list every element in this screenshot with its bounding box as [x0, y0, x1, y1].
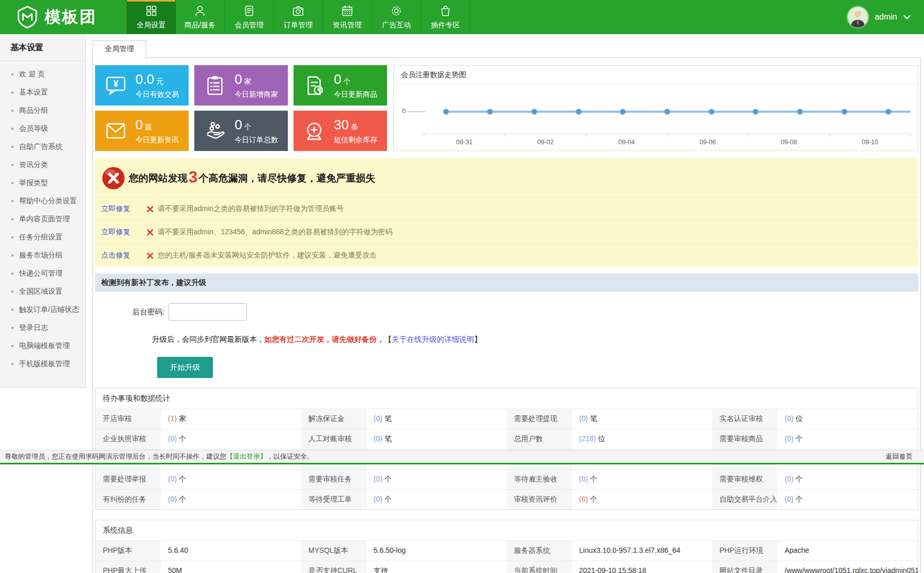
nav-item-3[interactable]: 会员管理 — [225, 0, 274, 34]
stat-unit: 个 — [343, 77, 350, 85]
value-unit: 个 — [590, 475, 597, 483]
nav-item-label: 插件专区 — [431, 21, 460, 30]
sidebar-item-4[interactable]: 会员等级 — [0, 119, 85, 138]
row-value: (0)个 — [366, 490, 507, 509]
admin-password-input[interactable] — [168, 303, 247, 321]
axis-tick — [586, 134, 587, 137]
value-number: (1) — [168, 414, 177, 423]
row-label: 需要审核商品 — [712, 429, 777, 449]
sidebar-item-9[interactable]: 单内容页面管理 — [0, 210, 85, 228]
data-point — [886, 109, 891, 115]
row-value: (0)个 — [777, 490, 918, 509]
stat-value: 0 — [235, 117, 242, 132]
row-value: (218)位 — [572, 429, 713, 449]
data-point — [443, 109, 449, 115]
yen-bubble-icon: ¥ — [104, 73, 128, 97]
value-unit: 笔 — [590, 414, 597, 423]
svg-text:¥: ¥ — [113, 79, 119, 89]
bullet-icon — [11, 236, 13, 238]
fix-link[interactable]: 点击修复 — [101, 251, 146, 260]
sidebar-item-17[interactable]: 手机版模板管理 — [0, 355, 85, 373]
sidebar-item-label: 电脑端模板管理 — [19, 341, 70, 351]
stat-label: 今日新增商家 — [235, 90, 278, 99]
nav-item-6[interactable]: 广告互动 — [372, 0, 421, 34]
sidebar-item-1[interactable]: 欢 迎 页 — [0, 65, 85, 83]
value-number: (0) — [374, 475, 382, 483]
nav-item-2[interactable]: 商品/服务 — [176, 0, 225, 34]
sidebar-item-5[interactable]: 自助广告系统 — [0, 138, 85, 156]
value-unit: 个 — [179, 434, 186, 443]
sidebar-item-15[interactable]: 登录日志 — [0, 319, 85, 337]
bell-plus-icon — [302, 119, 326, 143]
stat-card-value: 0.0元 — [135, 71, 179, 87]
sidebar-item-8[interactable]: 帮助中心分类设置 — [0, 192, 85, 210]
start-upgrade-button[interactable]: 开始升级 — [157, 357, 213, 378]
nav-item-4[interactable]: 订单管理 — [274, 0, 323, 34]
row-value: 5.6.40 — [161, 541, 301, 561]
sidebar-item-11[interactable]: 服务市场分组 — [0, 246, 85, 264]
value-number: (6) — [579, 495, 588, 503]
data-point — [665, 109, 670, 115]
sidebar-item-10[interactable]: 任务分组设置 — [0, 228, 85, 246]
sidebar-item-label: 会员等级 — [19, 124, 48, 133]
sidebar-item-7[interactable]: 举报类型 — [0, 174, 85, 192]
upgrade-doc-link[interactable]: 关于在线升级的详细说明 — [392, 335, 474, 343]
back-home-link[interactable]: 返回首页 — [886, 452, 913, 461]
row-value: (0)个 — [777, 470, 918, 489]
sidebar-item-14[interactable]: 触发订单/店铺状态 — [0, 300, 85, 319]
row-value: (0)个 — [366, 470, 507, 489]
bag-icon — [439, 4, 452, 18]
row-value: /www/wwwroot/1051.rglxc.top/yjadmin0510/ — [777, 561, 918, 573]
error-icon — [101, 166, 126, 190]
sidebar-item-label: 欢 迎 页 — [19, 70, 45, 79]
issue-text: 请不要采用admin、123456、admin888之类的容易被猜到的字符做为密… — [158, 228, 392, 237]
nav-item-5[interactable]: 资讯管理 — [323, 0, 372, 34]
sidebar-item-label: 任务分组设置 — [19, 233, 63, 242]
x-axis-label: 09-10 — [861, 139, 878, 146]
stat-card-value: 0篇 — [135, 117, 179, 133]
stat-card-1: ¥0.0元今日有效交易 — [95, 65, 189, 105]
row-label: 等待雇主验收 — [507, 470, 572, 489]
x-axis-label: 09-08 — [780, 139, 797, 146]
sidebar-item-2[interactable]: 基本设置 — [0, 83, 85, 101]
bullet-icon — [11, 291, 13, 293]
row-label: 人工对账审核 — [301, 429, 366, 449]
upgrade-panel: 检测到有新补丁发布，建议升级 后台密码: 升级后，会同步到官网最新版本，如您有过… — [95, 274, 918, 378]
stat-value: 30 — [334, 117, 349, 132]
sidebar-item-label: 基本设置 — [19, 88, 48, 97]
tab-global-manage[interactable]: 全局管理 — [93, 40, 146, 58]
data-point — [797, 109, 803, 115]
sidebar-item-13[interactable]: 全国区域设置 — [0, 282, 85, 300]
sidebar-item-12[interactable]: 快递公司管理 — [0, 264, 85, 282]
fix-link[interactable]: 立即修复 — [101, 228, 146, 237]
stat-card-value: 0家 — [235, 71, 278, 87]
stat-card-5: 0个今日订单总数 — [194, 111, 288, 151]
sidebar-item-6[interactable]: 资讯分类 — [0, 156, 85, 174]
row-label: 服务器系统 — [507, 541, 572, 561]
row-label: 审核资讯评价 — [507, 490, 572, 509]
todo-stats-panel: 待办事项和数据统计 开店审核(1)家解冻保证金(0)笔需要处理提现(0)笔实名认… — [95, 388, 918, 510]
data-point — [709, 109, 714, 115]
value-unit: 个 — [179, 495, 186, 503]
system-info-title: 系统信息 — [96, 520, 918, 540]
sidebar-item-label: 手机版模板管理 — [19, 359, 70, 369]
chart-panel: 会员注册数据走势图 0 08-3109-0209-0409-0609-0809-… — [393, 65, 918, 151]
line-chart: 0 08-3109-0209-0409-0609-0809-10 — [394, 85, 918, 151]
sidebar-item-3[interactable]: 商品分组 — [0, 101, 85, 119]
gear-icon — [390, 4, 403, 18]
logout-link[interactable]: 【退出登录】 — [226, 453, 267, 460]
table-row: 开店审核(1)家解冻保证金(0)笔需要处理提现(0)笔实名认证审核(0)位 — [96, 409, 918, 429]
fix-link[interactable]: 立即修复 — [101, 204, 146, 214]
stat-unit: 家 — [244, 77, 251, 85]
password-label: 后台密码: — [132, 307, 164, 317]
value-unit: 个 — [795, 434, 803, 443]
sidebar-item-16[interactable]: 电脑端模板管理 — [0, 337, 85, 355]
nav-item-1[interactable]: 全局设置 — [127, 0, 176, 34]
value-number: (0) — [168, 434, 177, 443]
user-icon — [193, 4, 207, 18]
user-menu[interactable]: admin — [848, 0, 924, 34]
app-logo[interactable]: 模板团 — [0, 0, 127, 34]
table-row: PHP版本5.6.40MYSQL版本5.6.50-log服务器系统Linux3.… — [96, 540, 918, 561]
nav-item-7[interactable]: 插件专区 — [421, 0, 470, 34]
sidebar-item-label: 自助广告系统 — [19, 142, 63, 152]
